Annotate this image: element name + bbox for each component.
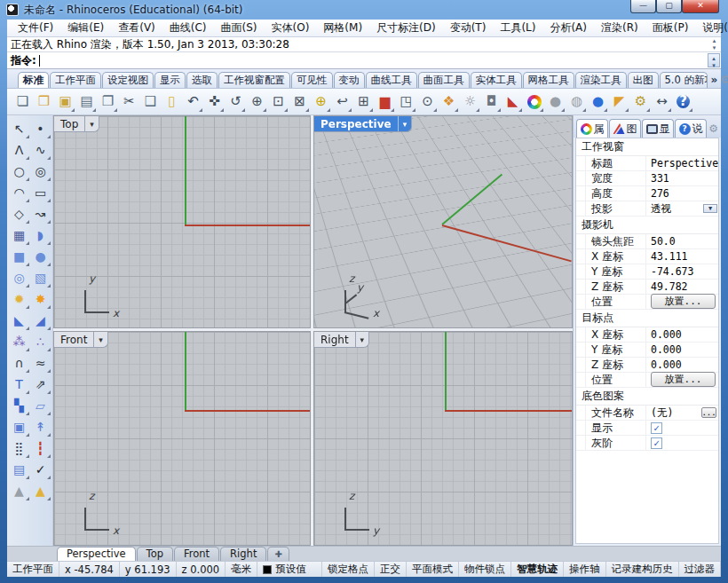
status-x-coordinate[interactable]: x -45.784 <box>59 562 120 577</box>
tab-overflow-button[interactable]: » <box>708 74 721 88</box>
spin-up-icon[interactable]: ▴ <box>712 55 716 62</box>
rendered-sphere-icon[interactable]: ● <box>588 91 608 113</box>
car-icon[interactable]: ▆ <box>375 91 395 113</box>
rotate-view-icon[interactable]: ↺ <box>226 91 246 113</box>
status-y-coordinate[interactable]: y 61.193 <box>120 562 177 577</box>
render-fin-icon[interactable]: ◣ <box>502 91 523 113</box>
toolbar-tab[interactable]: 实体工具 <box>471 72 522 88</box>
menu-item[interactable]: 面板(P) <box>645 20 696 35</box>
array-linear-icon[interactable]: ┇ <box>30 437 51 459</box>
target-z-value[interactable]: 0.000 <box>646 358 718 372</box>
target-x-value[interactable]: 0.000 <box>646 327 718 342</box>
lock-icon[interactable]: ◘ <box>481 91 502 113</box>
menu-item[interactable]: 尺寸标注(D) <box>369 20 443 35</box>
viewport-menu-arrow-icon[interactable]: ▾ <box>93 332 107 347</box>
browse-button[interactable]: ... <box>701 407 716 418</box>
menu-item[interactable]: 分析(A) <box>542 20 594 35</box>
torus-icon[interactable]: ◎ <box>9 267 30 288</box>
command-input[interactable]: 指令: ▴ ▾ <box>7 52 721 69</box>
toolbar-tab[interactable]: 网格工具 <box>523 72 574 88</box>
circle-icon[interactable]: ○ <box>9 161 30 182</box>
export-icon[interactable]: ❐ <box>98 91 118 113</box>
maximize-button[interactable]: ▢ <box>656 0 682 13</box>
surface-patch-icon[interactable]: ▦ <box>9 225 30 246</box>
chamfer-edge-icon[interactable]: ◢ <box>30 310 51 331</box>
color-wheel-icon[interactable] <box>524 91 544 113</box>
viewport-top[interactable]: Top ▾ y x <box>53 115 311 328</box>
print-icon[interactable]: ▤ <box>76 91 97 113</box>
viewport-splitter-horizontal[interactable] <box>53 328 573 331</box>
panel-gear-icon[interactable]: ⚙ <box>708 122 718 138</box>
viewport-label-front[interactable]: Front ▾ <box>54 332 108 348</box>
close-button[interactable]: ✕ <box>682 0 719 13</box>
help-icon[interactable]: ? <box>673 91 693 113</box>
spin-down-icon[interactable]: ▾ <box>712 62 716 69</box>
menu-item[interactable]: 编辑(E) <box>60 20 111 35</box>
status-history[interactable]: 记录建构历史 <box>606 562 679 577</box>
cut-icon[interactable]: ✂ <box>119 91 139 113</box>
select-icon[interactable]: ↖ <box>9 118 30 139</box>
toolbar-tab[interactable]: 变动 <box>334 72 365 88</box>
undo-icon[interactable]: ↶ <box>183 91 203 113</box>
points-group-icon[interactable]: ∴ <box>30 331 51 352</box>
viewport-label-top[interactable]: Top ▾ <box>54 116 99 132</box>
surface-loft-icon[interactable]: ▧ <box>30 267 51 288</box>
viewport-tab[interactable]: Right <box>220 547 266 561</box>
text-icon[interactable]: T <box>9 374 30 395</box>
open-file-icon[interactable]: ❒ <box>34 91 54 113</box>
toolbar-tab[interactable]: 设定视图 <box>102 72 154 88</box>
status-ortho[interactable]: 正交 <box>375 562 407 577</box>
camera-x-value[interactable]: 43.111 <box>646 249 718 264</box>
viewport-tab[interactable]: Perspective <box>57 547 136 561</box>
curve-fillet-icon[interactable]: ∩ <box>9 352 30 374</box>
shear-icon[interactable]: ▱ <box>30 395 51 416</box>
status-grid-snap[interactable]: 锁定格点 <box>322 562 375 577</box>
polygon-icon[interactable]: ◇ <box>9 203 30 225</box>
viewport-title-value[interactable]: Perspective <box>646 156 718 170</box>
zoom-back-icon[interactable]: ↩ <box>332 91 352 113</box>
check-icon[interactable]: ✓ <box>30 459 51 480</box>
menu-item[interactable]: 说明(H) <box>695 20 728 35</box>
zoom-dynamic-icon[interactable]: ⊕ <box>247 91 267 113</box>
projection-dropdown-button[interactable]: ▼ <box>703 204 717 213</box>
menu-item[interactable]: 渲染(R) <box>594 20 645 35</box>
spotlight-icon[interactable]: ◤ <box>609 91 629 113</box>
status-filter[interactable]: 过滤器 <box>679 562 722 577</box>
solid-tools-icon[interactable]: ▣ <box>9 416 30 437</box>
dimension-icon[interactable]: ↔ <box>652 91 672 113</box>
viewport-label-right[interactable]: Right ▾ <box>314 332 369 348</box>
toolbar-tab[interactable]: 工作视窗配置 <box>218 72 290 88</box>
point-icon[interactable]: • <box>30 118 51 139</box>
viewport-menu-arrow-icon[interactable]: ▾ <box>355 332 369 347</box>
box-icon[interactable]: ■ <box>9 246 30 267</box>
grayscale-checkbox[interactable]: ✓ <box>651 437 662 449</box>
toolbar-tab[interactable]: 曲面工具 <box>418 72 470 88</box>
toolbar-tab[interactable]: 可见性 <box>291 72 333 88</box>
menu-item[interactable]: 变动(T) <box>443 20 494 35</box>
toolbar-tab[interactable]: 选取 <box>186 72 218 88</box>
panel-tab-layers[interactable]: 图 <box>609 119 641 138</box>
toolbar-tab[interactable]: 5.0 的新功能 <box>660 72 708 88</box>
viewport-label-perspective[interactable]: Perspective ▾ <box>314 116 412 132</box>
cone-icon[interactable]: ▲ <box>9 480 30 501</box>
status-gumball[interactable]: 操作轴 <box>564 562 606 577</box>
ellipse-icon[interactable]: ◎ <box>30 161 51 182</box>
circle-center-icon[interactable]: ⊙ <box>417 91 438 113</box>
pan-icon[interactable]: ✜ <box>204 91 225 113</box>
group-icon[interactable]: ▚ <box>9 395 30 416</box>
ghosted-sphere-icon[interactable]: ◍ <box>566 91 587 113</box>
viewport-tab[interactable]: Top <box>137 547 173 561</box>
curve-icon[interactable]: ∿ <box>30 139 51 161</box>
tab-gear-icon[interactable]: ⚙ <box>720 73 728 88</box>
viewport-layout-icon[interactable]: ⊞ <box>353 91 374 113</box>
toolbar-tab[interactable]: 渲染工具 <box>575 72 627 88</box>
curve-blend-icon[interactable]: ↝ <box>30 203 51 225</box>
boolean-icon[interactable]: ✹ <box>9 288 30 310</box>
scroll-down-icon[interactable]: ▾ <box>713 44 716 51</box>
toolbar-tab[interactable]: 曲线工具 <box>366 72 417 88</box>
panel-tab-help[interactable]: ? 说 <box>675 119 707 138</box>
viewport-menu-arrow-icon[interactable]: ▾ <box>398 116 412 131</box>
panel-tab-properties[interactable]: 属 <box>576 119 608 138</box>
menu-item[interactable]: 实体(O) <box>265 20 317 35</box>
move-icon[interactable]: ⇗ <box>30 374 51 395</box>
